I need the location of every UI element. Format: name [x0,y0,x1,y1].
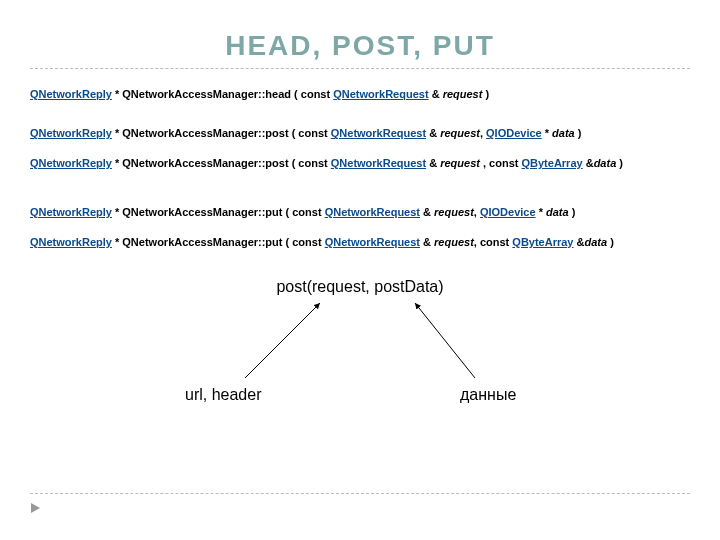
slide-footer [30,493,690,518]
type-link[interactable]: QNetworkReply [30,157,112,169]
signature-post-io: QNetworkReply * QNetworkAccessManager::p… [30,126,690,141]
signature-put-ba: QNetworkReply * QNetworkAccessManager::p… [30,235,690,250]
footer-divider [30,493,690,494]
type-link[interactable]: QNetworkReply [30,236,112,248]
type-link[interactable]: QNetworkReply [30,206,112,218]
play-icon [30,500,42,518]
type-link[interactable]: QIODevice [480,206,536,218]
type-link[interactable]: QNetworkRequest [331,127,426,139]
type-link[interactable]: QNetworkRequest [333,88,428,100]
type-link[interactable]: QNetworkRequest [325,236,420,248]
type-link[interactable]: QNetworkRequest [331,157,426,169]
type-link[interactable]: QIODevice [486,127,542,139]
diagram-right-label: данные [460,386,516,404]
title-divider [30,68,690,69]
signature-put-io: QNetworkReply * QNetworkAccessManager::p… [30,205,690,220]
post-diagram: post(request, postData) url, header данн… [30,278,690,438]
type-link[interactable]: QNetworkReply [30,127,112,139]
svg-line-0 [245,303,320,378]
diagram-left-label: url, header [185,386,262,404]
diagram-arrows-icon [30,278,690,438]
type-link[interactable]: QByteArray [512,236,573,248]
signature-post-ba: QNetworkReply * QNetworkAccessManager::p… [30,156,690,171]
svg-line-1 [415,303,475,378]
type-link[interactable]: QNetworkRequest [325,206,420,218]
type-link[interactable]: QByteArray [522,157,583,169]
slide-title: HEAD, POST, PUT [30,30,690,62]
signature-head: QNetworkReply * QNetworkAccessManager::h… [30,87,690,102]
diagram-top-label: post(request, postData) [276,278,443,296]
type-link[interactable]: QNetworkReply [30,88,112,100]
